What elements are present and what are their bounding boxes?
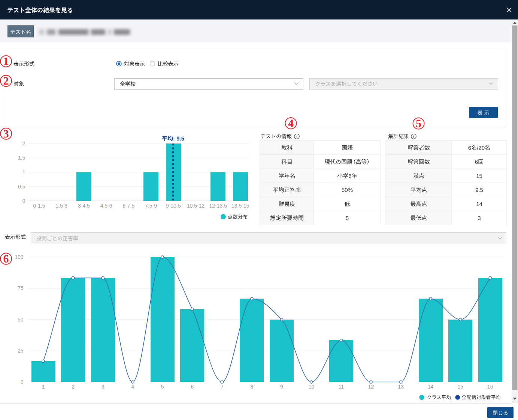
svg-text:13: 13 (398, 384, 404, 390)
svg-text:2: 2 (72, 384, 75, 390)
svg-text:3: 3 (102, 384, 104, 390)
svg-text:9-10.5: 9-10.5 (166, 203, 181, 209)
svg-text:0: 0 (21, 379, 24, 385)
svg-text:14: 14 (428, 384, 434, 390)
svg-text:5: 5 (161, 384, 164, 390)
svg-text:0-1.5: 0-1.5 (33, 203, 45, 209)
svg-text:13.5-15: 13.5-15 (231, 203, 249, 209)
svg-text:1.5: 1.5 (18, 155, 25, 161)
svg-text:3-4.5: 3-4.5 (78, 203, 90, 209)
svg-text:7: 7 (221, 384, 224, 390)
svg-text:1: 1 (22, 169, 25, 175)
svg-text:25: 25 (18, 348, 24, 354)
svg-text:1: 1 (42, 384, 45, 390)
svg-text:11: 11 (339, 384, 344, 390)
svg-text:0.5: 0.5 (18, 184, 25, 190)
svg-text:50: 50 (18, 317, 24, 323)
svg-text:15: 15 (457, 384, 463, 390)
svg-text:1.5-3: 1.5-3 (55, 203, 67, 209)
svg-text:6-7.5: 6-7.5 (122, 203, 134, 209)
svg-text:16: 16 (487, 384, 493, 390)
svg-text:12: 12 (368, 384, 374, 390)
svg-text:100: 100 (15, 254, 24, 260)
svg-text:9: 9 (280, 384, 283, 390)
svg-text:10.5-12: 10.5-12 (187, 203, 205, 209)
svg-text:7.5-9: 7.5-9 (145, 203, 157, 209)
svg-text:10: 10 (309, 384, 315, 390)
svg-text:4: 4 (131, 384, 134, 390)
svg-text:75: 75 (18, 285, 24, 291)
svg-text:4.5-6: 4.5-6 (100, 203, 112, 209)
svg-text:2: 2 (22, 140, 25, 146)
svg-text:6: 6 (191, 384, 194, 390)
svg-text:0: 0 (22, 198, 25, 204)
svg-text:8: 8 (251, 384, 254, 390)
svg-text:12-13.5: 12-13.5 (209, 203, 227, 209)
